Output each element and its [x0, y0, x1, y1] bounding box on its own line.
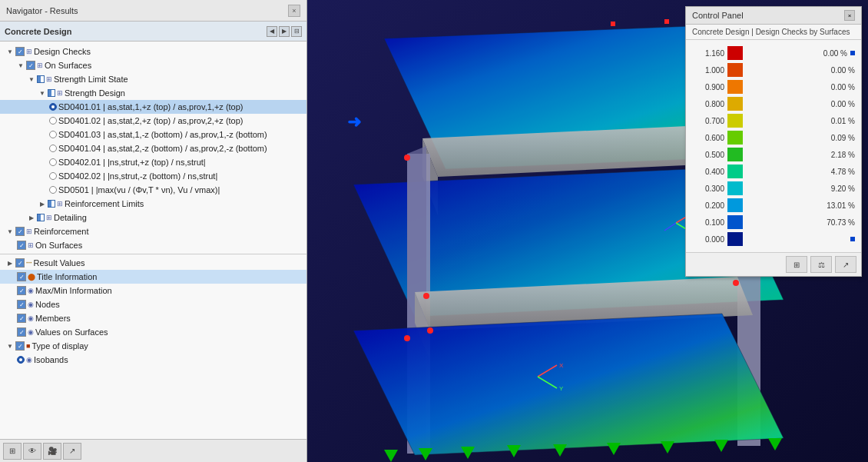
tree-separator-1 — [0, 254, 306, 254]
tree-item-sd0501[interactable]: SD0501 | |max(vu / (Φv,T * νn), Vu / vma… — [0, 183, 306, 197]
arrow-strength-design: ▼ — [38, 89, 46, 97]
arrow-result-values: ▶ — [6, 259, 14, 267]
legend-percent-3: 0.00 % — [746, 100, 855, 108]
tree-item-sd0401-02[interactable]: SD0401.02 | as,stat,2,+z (top) / as,prov… — [0, 114, 306, 128]
tree-item-strength-design[interactable]: ▼ ⊞ Strength Design — [0, 86, 306, 100]
checkbox-reinforcement[interactable] — [15, 227, 25, 236]
tree-item-sd0402-01[interactable]: SD0402.01 | |ns,strut,+z (top) / ns,stru… — [0, 155, 306, 169]
checkbox-on-surfaces-1[interactable] — [26, 61, 35, 70]
tree-item-sd0401-01[interactable]: SD0401.01 | as,stat,1,+z (top) / as,prov… — [0, 100, 306, 114]
svg-point-23 — [423, 293, 429, 299]
checkbox-members[interactable] — [17, 314, 26, 323]
tree-item-sd0402-02[interactable]: SD0402.02 | |ns,strut,-z (bottom) / ns,s… — [0, 169, 306, 183]
legend-row-7: 0.4004.78 % — [692, 163, 855, 180]
tree-item-detailing[interactable]: ▶ ⊞ Detailing — [0, 211, 306, 224]
svg-marker-11 — [353, 314, 784, 455]
label-strength-limit: Strength Limit State — [54, 75, 128, 84]
svg-text:Y: Y — [559, 385, 564, 392]
legend-value-2: 0.900 — [692, 83, 724, 91]
legend-value-0: 1.160 — [692, 49, 724, 58]
checkbox-on-surfaces-2[interactable] — [17, 241, 26, 250]
tree-item-sd0401-03[interactable]: SD0401.03 | as,stat,1,-z (bottom) / as,p… — [0, 128, 306, 141]
legend-row-6: 0.5002.18 % — [692, 146, 855, 163]
arrow-left-btn[interactable]: ◀ — [267, 26, 277, 37]
radio-sd0402-02[interactable] — [49, 172, 57, 180]
tree-item-sd0401-04[interactable]: SD0401.04 | as,stat,2,-z (bottom) / as,p… — [0, 141, 306, 155]
cp-close-button[interactable]: × — [844, 10, 855, 21]
icon-on-surfaces-2: ⊞ — [28, 241, 34, 249]
tree-item-members[interactable]: ◉ Members — [0, 311, 306, 325]
tree-item-isobands[interactable]: ◉ Isobands — [0, 353, 306, 367]
legend-color-3 — [727, 97, 743, 111]
tree-area[interactable]: ▼ ⊞ Design Checks ▼ ⊞ On Surfaces ▼ ⊞ St… — [0, 42, 306, 439]
tree-item-strength-limit[interactable]: ▼ ⊞ Strength Limit State — [0, 72, 306, 86]
legend-row-5: 0.6000.09 % — [692, 129, 855, 146]
tree-item-reinforcement[interactable]: ▼ ⊞ Reinforcement — [0, 224, 306, 238]
cp-btn-export[interactable]: ↗ — [835, 256, 856, 273]
radio-sd0401-02[interactable] — [49, 117, 57, 125]
legend-color-7 — [727, 165, 743, 178]
tree-item-maxmin-info[interactable]: ◉ Max/Min Information — [0, 284, 306, 297]
legend-row-9: 0.20013.01 % — [692, 197, 855, 214]
icon-result-values: ··· — [26, 259, 32, 267]
tree-item-result-values[interactable]: ▶ ··· Result Values — [0, 256, 306, 270]
tree-item-reinforcement-limits[interactable]: ▶ ⊞ Reinforcement Limits — [0, 197, 306, 211]
checkbox-design-checks[interactable] — [15, 47, 25, 56]
panel-expand-btn[interactable]: ⊟ — [291, 26, 302, 37]
legend-percent-4: 0.01 % — [746, 117, 855, 125]
navigator-panel: Navigator - Results × Concrete Design ◀ … — [0, 0, 307, 462]
tree-item-type-display[interactable]: ▼ ■ Type of display — [0, 339, 306, 353]
label-sd0401-03: SD0401.03 | as,stat,1,-z (bottom) / as,p… — [58, 130, 267, 139]
checkbox-result-values[interactable] — [15, 258, 25, 268]
checkbox-nodes[interactable] — [17, 300, 26, 309]
icon2-strength-design: ⊞ — [57, 89, 63, 97]
tree-item-values-surfaces[interactable]: ◉ Values on Surfaces — [0, 325, 306, 339]
label-values-surfaces: Values on Surfaces — [35, 327, 108, 337]
tree-item-on-surfaces-1[interactable]: ▼ ⊞ On Surfaces — [0, 58, 306, 72]
toolbar-btn-2[interactable]: 👁 — [23, 443, 41, 460]
right-section: X Y Z X Y X Y ➜ Control Panel × — [307, 0, 868, 462]
legend-value-5: 0.600 — [692, 134, 724, 142]
tree-item-nodes[interactable]: ◉ Nodes — [0, 297, 306, 311]
legend-row-0: 1.1600.00 % — [692, 45, 855, 61]
legend-color-0 — [727, 46, 743, 60]
legend-value-4: 0.700 — [692, 117, 724, 125]
checkbox-maxmin-info[interactable] — [17, 286, 26, 295]
tree-item-on-surfaces-2[interactable]: ⊞ On Surfaces — [0, 238, 306, 252]
radio-sd0401-03[interactable] — [49, 131, 57, 138]
checkbox-title-info[interactable] — [17, 272, 26, 281]
legend-color-6 — [727, 148, 743, 161]
toolbar-btn-4[interactable]: ↗ — [63, 443, 81, 460]
radio-sd0501[interactable] — [49, 186, 57, 194]
label-maxmin-info: Max/Min Information — [35, 286, 112, 295]
toolbar-btn-3[interactable]: 🎥 — [43, 443, 61, 460]
dropdown-bar[interactable]: Concrete Design ◀ ▶ ⊟ — [0, 22, 306, 42]
checkbox-values-surfaces[interactable] — [17, 327, 26, 337]
toolbar-btn-1[interactable]: ⊞ — [3, 443, 22, 460]
tree-item-design-checks[interactable]: ▼ ⊞ Design Checks — [0, 45, 306, 58]
arrow-detailing: ▶ — [28, 214, 35, 221]
nav-close-button[interactable]: × — [288, 5, 300, 17]
arrow-right-btn[interactable]: ▶ — [279, 26, 290, 37]
legend-row-11: 0.000 — [692, 231, 855, 248]
legend-row-3: 0.8000.00 % — [692, 95, 855, 112]
radio-sd0401-01[interactable] — [49, 103, 57, 111]
cp-titlebar: Control Panel × — [686, 7, 861, 25]
icon-strength-limit — [37, 75, 45, 83]
checkbox-type-display[interactable] — [15, 341, 25, 351]
viewport-3d[interactable]: X Y Z X Y X Y ➜ Control Panel × — [307, 0, 868, 462]
svg-rect-43 — [664, 19, 669, 24]
legend-value-1: 1.000 — [692, 66, 724, 75]
radio-sd0401-04[interactable] — [49, 145, 57, 152]
legend-percent-9: 13.01 % — [746, 201, 855, 210]
legend-value-11: 0.000 — [692, 235, 724, 244]
cp-btn-grid[interactable]: ⊞ — [786, 256, 807, 273]
cp-btn-scale[interactable]: ⚖ — [810, 256, 832, 273]
svg-point-21 — [404, 155, 410, 161]
radio-sd0402-01[interactable] — [49, 158, 57, 166]
arrow-on-surfaces-1: ▼ — [17, 61, 25, 69]
icon-type-display: ■ — [26, 342, 30, 350]
tree-item-title-info[interactable]: ⬤ Title Information — [0, 270, 306, 284]
radio-isobands[interactable] — [17, 356, 25, 364]
icon-isobands: ◉ — [26, 356, 32, 364]
